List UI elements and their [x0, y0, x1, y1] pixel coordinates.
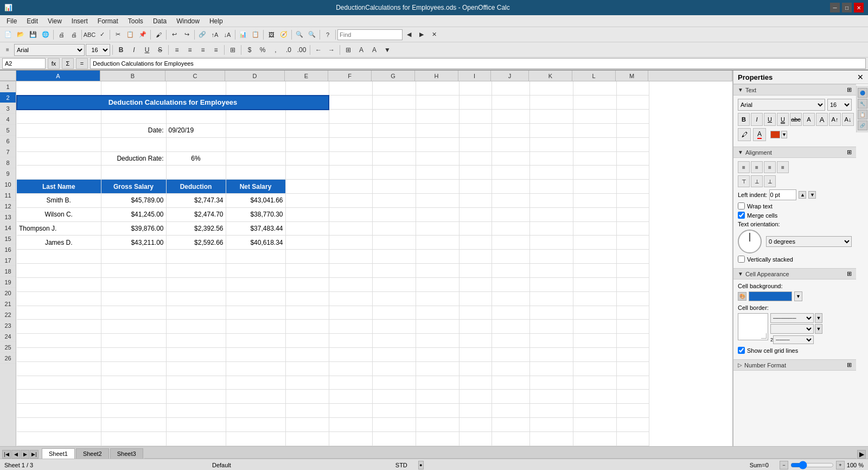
more-btn[interactable]: ▼ — [381, 44, 393, 56]
zoom-in-button[interactable]: 🔍 — [306, 29, 318, 41]
cell-A4[interactable] — [17, 123, 101, 137]
cell-D8-header[interactable]: Net Salary — [226, 180, 285, 194]
cell-bg-color-icon[interactable]: 🎨 — [738, 292, 746, 301]
cell-D25[interactable] — [226, 418, 285, 432]
cell-I1[interactable] — [459, 81, 492, 96]
cell-F8[interactable] — [329, 180, 372, 194]
indent-less-button[interactable]: ← — [312, 44, 324, 56]
sheet-tab-sheet2[interactable]: Sheet2 — [76, 448, 109, 459]
panel-font-size[interactable]: 16 — [827, 99, 852, 111]
border-style-select[interactable]: ────── — [770, 313, 814, 323]
cell-H13[interactable] — [416, 250, 459, 264]
col-header-J[interactable]: J — [491, 71, 529, 81]
cell-E15[interactable] — [285, 277, 329, 291]
row-header-21[interactable]: 21 — [0, 298, 16, 309]
cell-H14[interactable] — [416, 264, 459, 278]
cell-E16[interactable] — [285, 291, 329, 306]
cell-A22[interactable] — [17, 376, 101, 390]
pivot-button[interactable]: 📋 — [250, 29, 261, 41]
cell-L26[interactable] — [573, 431, 616, 446]
row-header-4[interactable]: 4 — [0, 114, 16, 125]
cell-G18[interactable] — [372, 320, 416, 334]
col-header-K[interactable]: K — [529, 71, 572, 81]
cell-H24[interactable] — [416, 404, 459, 418]
zoom-in-btn[interactable]: + — [836, 461, 845, 469]
cell-J12[interactable] — [492, 236, 529, 250]
cell-F4[interactable] — [329, 123, 372, 137]
italic-button[interactable]: I — [128, 44, 140, 56]
print-preview-button[interactable]: 🖨 — [55, 29, 67, 41]
cell-J1[interactable] — [492, 81, 529, 96]
cell-H25[interactable] — [416, 418, 459, 432]
cell-I6[interactable] — [459, 151, 492, 166]
cell-J26[interactable] — [492, 431, 529, 446]
cell-J5[interactable] — [492, 137, 529, 151]
row-header-3[interactable]: 3 — [0, 103, 16, 114]
cell-F1[interactable] — [329, 81, 372, 96]
cell-J13[interactable] — [492, 250, 529, 264]
cell-C17[interactable] — [166, 306, 226, 320]
cell-D13[interactable] — [226, 250, 285, 264]
cell-H15[interactable] — [416, 277, 459, 291]
cell-I25[interactable] — [459, 418, 492, 432]
cell-H20[interactable] — [416, 347, 459, 361]
cell-M17[interactable] — [616, 306, 649, 320]
cell-B7[interactable] — [101, 166, 166, 180]
cell-L22[interactable] — [573, 376, 616, 390]
cell-G17[interactable] — [372, 306, 416, 320]
thousands-button[interactable]: , — [270, 44, 282, 56]
cell-D4[interactable] — [226, 123, 285, 137]
cell-B21[interactable] — [101, 361, 166, 376]
cell-A7[interactable] — [17, 166, 101, 180]
cell-B15[interactable] — [101, 277, 166, 291]
cell-L14[interactable] — [573, 264, 616, 278]
cell-I19[interactable] — [459, 334, 492, 348]
cell-H18[interactable] — [416, 320, 459, 334]
cell-B26[interactable] — [101, 431, 166, 446]
merge-cells-button[interactable]: ⊞ — [227, 44, 239, 56]
cell-J11[interactable] — [492, 221, 529, 236]
cell-G26[interactable] — [372, 431, 416, 446]
cell-G3[interactable] — [372, 110, 416, 124]
col-header-G[interactable]: G — [372, 71, 415, 81]
cell-M24[interactable] — [616, 404, 649, 418]
cell-J10[interactable] — [492, 207, 529, 221]
row-header-13[interactable]: 13 — [0, 212, 16, 223]
panel-font-color-A[interactable]: A — [816, 113, 828, 126]
cell-M5[interactable] — [616, 137, 649, 151]
cell-I5[interactable] — [459, 137, 492, 151]
cell-J4[interactable] — [492, 123, 529, 137]
cell-L23[interactable] — [573, 390, 616, 404]
col-header-A[interactable]: A — [16, 71, 100, 81]
maximize-button[interactable]: □ — [842, 3, 852, 12]
cell-I22[interactable] — [459, 376, 492, 390]
cell-D14[interactable] — [226, 264, 285, 278]
cell-J20[interactable] — [492, 347, 529, 361]
panel-font-size-up[interactable]: A↑ — [829, 113, 841, 126]
orientation-select[interactable]: 0 degrees — [766, 236, 852, 247]
cell-J24[interactable] — [492, 404, 529, 418]
cell-A17[interactable] — [17, 306, 101, 320]
cell-F3[interactable] — [329, 110, 372, 124]
menu-help[interactable]: Help — [205, 16, 227, 26]
cell-A14[interactable] — [17, 264, 101, 278]
cell-B13[interactable] — [101, 250, 166, 264]
cell-M25[interactable] — [616, 418, 649, 432]
row-header-9[interactable]: 9 — [0, 168, 16, 179]
cell-J3[interactable] — [492, 110, 529, 124]
cell-bg-dropdown[interactable]: ▼ — [794, 291, 802, 301]
cell-G20[interactable] — [372, 347, 416, 361]
cell-K21[interactable] — [529, 361, 573, 376]
cell-A25[interactable] — [17, 418, 101, 432]
cell-G13[interactable] — [372, 250, 416, 264]
row-header-25[interactable]: 25 — [0, 342, 16, 353]
cell-D18[interactable] — [226, 320, 285, 334]
cell-L1[interactable] — [573, 81, 616, 96]
cell-I9[interactable] — [459, 194, 492, 208]
row-header-7[interactable]: 7 — [0, 147, 16, 157]
copy-button[interactable]: 📋 — [124, 29, 136, 41]
cell-H16[interactable] — [416, 291, 459, 306]
row-header-5[interactable]: 5 — [0, 125, 16, 136]
cell-H9[interactable] — [416, 194, 459, 208]
cell-J6[interactable] — [492, 151, 529, 166]
